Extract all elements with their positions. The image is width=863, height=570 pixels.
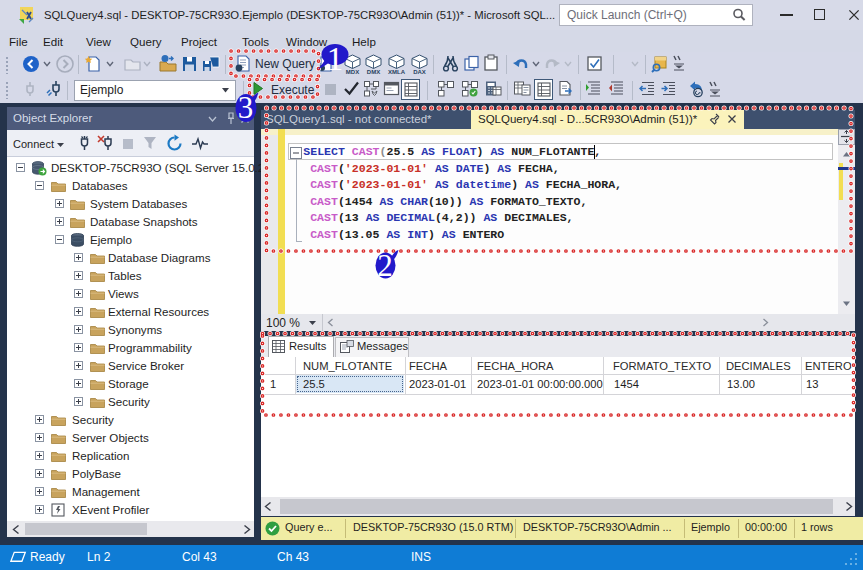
svg-text:MDX: MDX: [346, 69, 359, 75]
svg-text:DAX: DAX: [413, 69, 426, 75]
svg-text:DMX: DMX: [367, 69, 380, 75]
svg-text:XMLA: XMLA: [388, 69, 406, 75]
